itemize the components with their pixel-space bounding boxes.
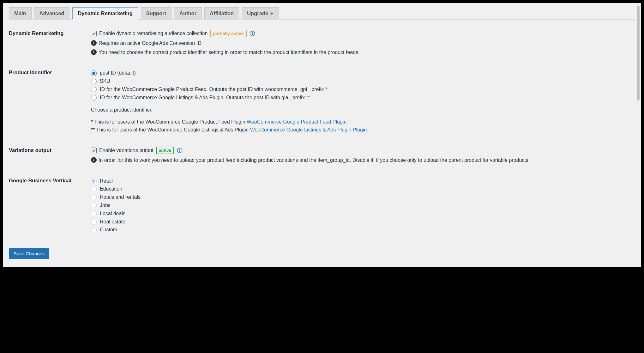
note-requires-conversion-id: Requires an active Google Ads Conversion… xyxy=(99,40,202,47)
tabs-nav: Main Advanced Dynamic Remarketing Suppor… xyxy=(9,7,635,20)
info-dark-icon: i xyxy=(91,40,97,46)
radio-hotels xyxy=(91,195,97,200)
radio-gla[interactable] xyxy=(91,95,97,100)
svg-point-4 xyxy=(179,149,180,150)
radio-label-hotels: Hotels and rentals xyxy=(100,193,141,201)
radio-label-sku: SKU xyxy=(100,77,110,85)
radio-real-estate xyxy=(91,219,97,225)
check-icon xyxy=(92,148,96,153)
tab-upgrade[interactable]: Upgrade ➤ xyxy=(242,7,279,19)
radio-label-retail: Retail xyxy=(100,177,113,185)
checkbox-label-dynamic-remarketing: Enable dynamic remarketing audience coll… xyxy=(99,30,208,38)
checkbox-enable-variations-output[interactable] xyxy=(91,148,97,153)
info-icon[interactable] xyxy=(177,147,183,154)
info-dark-icon: i xyxy=(91,49,97,55)
link-gpf-plugin[interactable]: WooCommerce Google Product Feed Plugin xyxy=(247,119,346,125)
radio-label-local-deals: Local deals xyxy=(100,210,125,218)
status-badge-active: active xyxy=(156,147,174,154)
settings-page: Main Advanced Dynamic Remarketing Suppor… xyxy=(3,3,641,267)
note-choose-identifier: You need to choose the correct product i… xyxy=(99,49,360,57)
help-product-identifier: Choose a product identifier. xyxy=(91,106,635,114)
check-icon xyxy=(92,31,96,36)
radio-post-id[interactable] xyxy=(91,70,97,76)
radio-label-real-estate: Real estate xyxy=(100,218,125,226)
tab-affiliation[interactable]: Affiliation xyxy=(204,7,239,19)
tab-advanced[interactable]: Advanced xyxy=(34,7,70,19)
radio-label-post-id: post ID (default) xyxy=(100,69,136,77)
row-dynamic-remarketing: Dynamic Remarketing Enable dynamic remar… xyxy=(9,25,635,64)
save-button[interactable]: Save Changes xyxy=(9,248,49,259)
checkbox-label-variations-output: Enable variations output xyxy=(99,147,153,155)
link-gla-plugin[interactable]: WooCommerce Google Listings & Ads Plugin… xyxy=(250,127,367,132)
label-google-business-vertical: Google Business Vertical xyxy=(9,177,91,184)
tab-dynamic-remarketing[interactable]: Dynamic Remarketing xyxy=(72,7,138,20)
radio-local-deals xyxy=(91,211,97,216)
footnote-gpf-prefix: * This is for users of the WooCommerce G… xyxy=(91,119,247,125)
scrollbar[interactable] xyxy=(636,3,640,267)
tab-author[interactable]: Author xyxy=(174,7,202,19)
info-icon[interactable] xyxy=(249,30,256,37)
svg-rect-5 xyxy=(179,150,180,152)
radio-education xyxy=(91,186,97,192)
info-dark-icon: i xyxy=(91,157,97,163)
note-variations-output: In order for this to work you need to up… xyxy=(99,156,530,164)
radio-label-jobs: Jobs xyxy=(100,202,111,210)
chevron-right-icon: ➤ xyxy=(270,11,274,16)
radio-retail xyxy=(91,178,97,184)
radio-jobs xyxy=(91,203,97,208)
svg-rect-2 xyxy=(252,33,253,35)
tab-main[interactable]: Main xyxy=(9,7,32,19)
row-google-business-vertical: Google Business Vertical Retail Educatio… xyxy=(9,173,635,243)
row-product-identifier: Product Identifier post ID (default) SKU… xyxy=(9,64,635,142)
footnote-gla-prefix: ** This is for users of the WooCommerce … xyxy=(91,127,250,132)
label-variations-output: Variations output xyxy=(9,147,91,153)
radio-label-custom: Custom xyxy=(100,226,117,234)
status-badge-partially-active: partially active xyxy=(210,30,246,37)
radio-gpf[interactable] xyxy=(91,87,97,92)
tab-upgrade-label: Upgrade xyxy=(247,10,268,16)
svg-point-1 xyxy=(252,32,253,33)
radio-label-education: Education xyxy=(100,185,122,193)
label-dynamic-remarketing: Dynamic Remarketing xyxy=(9,30,91,36)
radio-sku[interactable] xyxy=(91,79,97,84)
radio-label-gla: ID for the WooCommerce Google Listings &… xyxy=(100,94,310,102)
label-product-identifier: Product Identifier xyxy=(9,69,91,76)
tab-support[interactable]: Support xyxy=(141,7,172,19)
row-variations-output: Variations output Enable variations outp… xyxy=(9,142,635,173)
radio-custom xyxy=(91,227,97,233)
radio-label-gpf: ID for the WooCommerce Google Product Fe… xyxy=(100,86,327,94)
scrollbar-thumb[interactable] xyxy=(637,6,640,100)
checkbox-enable-dynamic-remarketing[interactable] xyxy=(91,31,97,36)
